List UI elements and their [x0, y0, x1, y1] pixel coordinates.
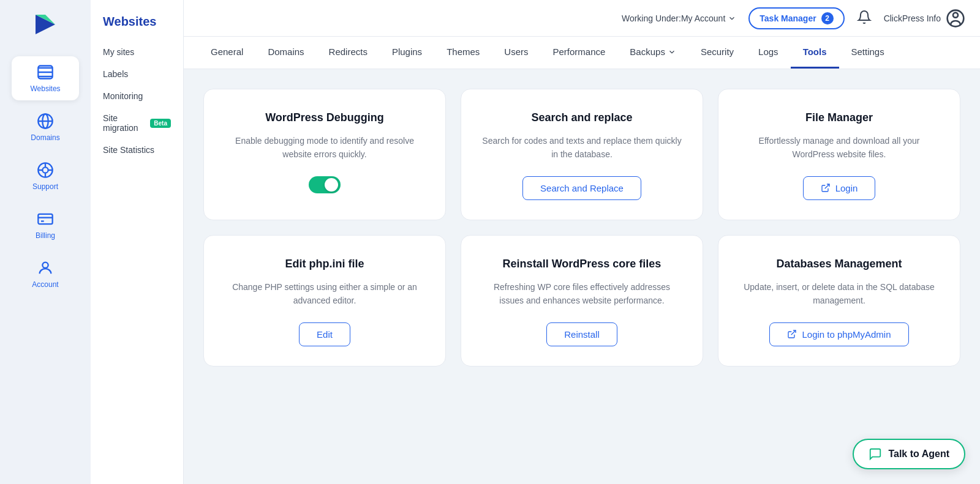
card-databases-desc: Update, insert, or delete data in the SQ…	[738, 280, 940, 308]
reinstall-button[interactable]: Reinstall	[546, 322, 617, 346]
tab-plugins[interactable]: Plugins	[380, 37, 434, 69]
tab-redirects[interactable]: Redirects	[317, 37, 380, 69]
account-label: Account	[32, 280, 58, 289]
sidebar-item-site-migration[interactable]: Site migration Beta	[91, 107, 183, 139]
labels-label: Labels	[103, 69, 128, 79]
sidebar-item-websites[interactable]: Websites	[12, 56, 79, 100]
beta-badge: Beta	[150, 119, 171, 128]
tab-nav: General Domains Redirects Plugins Themes…	[184, 37, 980, 69]
svg-point-7	[42, 167, 48, 173]
external-link-icon-db	[787, 329, 797, 339]
tab-users-label: Users	[504, 47, 528, 57]
tab-themes[interactable]: Themes	[434, 37, 492, 69]
tab-backups[interactable]: Backups	[617, 37, 688, 69]
file-manager-login-button[interactable]: Login	[803, 176, 876, 200]
sidebar-item-site-statistics[interactable]: Site Statistics	[91, 139, 183, 161]
card-reinstall-desc: Refreshing WP core files effectively add…	[481, 280, 683, 308]
svg-line-19	[791, 330, 796, 335]
sidebar-item-account[interactable]: Account	[12, 252, 79, 296]
tab-security-label: Security	[701, 47, 734, 57]
svg-line-18	[824, 184, 829, 188]
tab-redirects-label: Redirects	[329, 47, 368, 57]
tab-plugins-label: Plugins	[392, 47, 422, 57]
websites-icon	[37, 64, 54, 81]
tab-tools-label: Tools	[803, 47, 827, 57]
site-migration-label: Site migration	[103, 113, 145, 133]
debugging-toggle[interactable]	[309, 176, 341, 193]
task-manager-button[interactable]: Task Manager 2	[748, 7, 844, 29]
sidebar: Websites My sites Labels Monitoring Site…	[91, 0, 184, 484]
main-content: Working Under:My Account Task Manager 2 …	[184, 0, 980, 484]
tab-backups-label: Backups	[630, 47, 665, 57]
clickpress-info[interactable]: ClickPress Info	[884, 9, 965, 28]
svg-point-17	[953, 12, 958, 17]
chat-bubble-icon	[869, 447, 882, 461]
support-label: Support	[32, 182, 58, 191]
tab-themes-label: Themes	[447, 47, 480, 57]
account-icon	[37, 259, 54, 277]
notification-bell-icon[interactable]	[857, 10, 872, 27]
tab-tools[interactable]: Tools	[791, 37, 839, 69]
tab-security[interactable]: Security	[688, 37, 746, 69]
talk-agent-label: Talk to Agent	[888, 449, 949, 460]
tab-users[interactable]: Users	[492, 37, 540, 69]
sidebar-item-monitoring[interactable]: Monitoring	[91, 85, 183, 107]
top-header: Working Under:My Account Task Manager 2 …	[184, 0, 980, 37]
edit-phpini-button[interactable]: Edit	[299, 322, 350, 346]
working-under[interactable]: Working Under:My Account	[622, 13, 736, 23]
card-file-manager-title: File Manager	[805, 111, 873, 124]
card-databases-title: Databases Management	[776, 258, 902, 270]
tab-logs-label: Logs	[758, 47, 778, 57]
sidebar-item-domains[interactable]: Domains	[12, 105, 79, 149]
domains-icon	[37, 113, 54, 130]
talk-to-agent-button[interactable]: Talk to Agent	[853, 439, 965, 469]
clickpress-info-text: ClickPress Info	[884, 13, 941, 23]
card-search-replace-desc: Search for codes and texts and replace t…	[481, 134, 683, 162]
tools-cards-area: WordPress Debugging Enable debugging mod…	[184, 69, 980, 484]
sidebar-item-labels[interactable]: Labels	[91, 63, 183, 85]
sidebar-item-billing[interactable]: Billing	[12, 203, 79, 247]
search-replace-button[interactable]: Search and Replace	[522, 176, 641, 200]
card-debugging-desc: Enable debugging mode to identify and re…	[224, 134, 426, 162]
card-search-replace-title: Search and replace	[531, 111, 632, 124]
task-manager-count: 2	[821, 12, 834, 24]
tab-domains-label: Domains	[268, 47, 304, 57]
toggle-knob	[325, 178, 338, 192]
edit-phpini-label: Edit	[317, 329, 333, 340]
card-edit-phpini: Edit php.ini file Change PHP settings us…	[203, 235, 446, 367]
user-avatar-icon	[946, 9, 965, 28]
monitoring-label: Monitoring	[103, 91, 143, 101]
tab-performance-label: Performance	[552, 47, 605, 57]
card-phpini-title: Edit php.ini file	[285, 258, 364, 270]
sidebar-item-my-sites[interactable]: My sites	[91, 41, 183, 63]
phpmyadmin-login-label: Login to phpMyAdmin	[802, 329, 891, 340]
billing-label: Billing	[36, 231, 55, 240]
card-file-manager: File Manager Effortlessly manage and dow…	[718, 89, 960, 220]
phpmyadmin-login-button[interactable]: Login to phpMyAdmin	[769, 322, 908, 346]
card-file-manager-desc: Effortlessly manage and download all you…	[738, 134, 940, 162]
logo	[31, 10, 60, 42]
domains-label: Domains	[31, 133, 59, 142]
tab-logs[interactable]: Logs	[746, 37, 791, 69]
card-debugging-title: WordPress Debugging	[265, 111, 384, 124]
sidebar-title: Websites	[91, 15, 183, 41]
backups-chevron-icon	[668, 48, 676, 56]
sidebar-item-support[interactable]: Support	[12, 154, 79, 198]
svg-point-15	[42, 262, 48, 268]
search-replace-button-label: Search and Replace	[540, 183, 624, 193]
external-link-icon	[821, 183, 831, 193]
my-sites-label: My sites	[103, 47, 134, 57]
card-search-replace: Search and replace Search for codes and …	[461, 89, 703, 220]
card-databases-management: Databases Management Update, insert, or …	[718, 235, 960, 367]
card-reinstall-title: Reinstall WordPress core files	[503, 258, 662, 270]
billing-icon	[37, 210, 54, 228]
tab-general[interactable]: General	[198, 37, 255, 69]
tab-settings[interactable]: Settings	[839, 37, 897, 69]
tab-domains[interactable]: Domains	[255, 37, 316, 69]
site-statistics-label: Site Statistics	[103, 145, 154, 155]
task-manager-label: Task Manager	[760, 13, 816, 23]
websites-label: Websites	[30, 84, 60, 93]
tab-performance[interactable]: Performance	[540, 37, 617, 69]
reinstall-label: Reinstall	[564, 329, 600, 340]
debugging-toggle-wrapper	[309, 176, 341, 193]
